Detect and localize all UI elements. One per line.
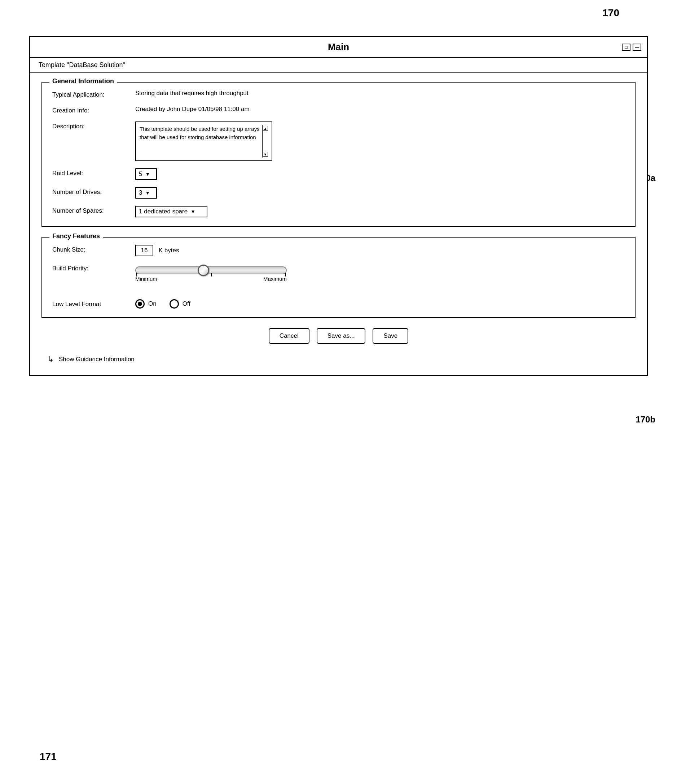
- general-info-section: General Information Typical Application:…: [42, 82, 635, 227]
- drives-select[interactable]: 3 ▼: [135, 187, 157, 199]
- raid-level-arrow-icon: ▼: [145, 171, 150, 177]
- guidance-row[interactable]: ↳ Show Guidance Information: [42, 351, 635, 366]
- creation-row: Creation Info: Created by John Dupe 01/0…: [52, 106, 625, 114]
- save-as-button[interactable]: Save as...: [317, 328, 366, 344]
- llf-on-radio-item: On: [135, 299, 156, 308]
- guidance-arrow-icon: ↳: [47, 355, 54, 364]
- typical-app-row: Typical Application: Storing data that r…: [52, 90, 625, 98]
- general-info-legend: General Information: [50, 78, 117, 85]
- minimize-button[interactable]: —: [633, 44, 641, 51]
- spares-row: Number of Spares: 1 dedicated spare ▼: [52, 206, 625, 217]
- scroll-down-button[interactable]: ▼: [263, 152, 268, 157]
- description-value: This template should be used for setting…: [135, 121, 625, 161]
- window-body: General Information Typical Application:…: [30, 73, 647, 375]
- chunk-size-input[interactable]: 16: [135, 245, 153, 256]
- drives-value: 3 ▼: [135, 187, 625, 199]
- main-window: Main □ — Template "DataBase Solution" Ge…: [29, 36, 648, 376]
- description-row: Description: This template should be use…: [52, 121, 625, 161]
- chunk-size-value: 16 K bytes: [135, 245, 625, 256]
- drives-arrow-icon: ▼: [145, 190, 150, 196]
- raid-level-label: Raid Level:: [52, 168, 135, 177]
- drives-row: Number of Drives: 3 ▼: [52, 187, 625, 199]
- template-bar: Template "DataBase Solution": [30, 58, 647, 73]
- description-text: This template should be used for setting…: [140, 125, 262, 157]
- creation-value: Created by John Dupe 01/05/98 11:00 am: [135, 106, 625, 113]
- typical-app-value: Storing data that requires high throughp…: [135, 90, 625, 97]
- raid-level-row: Raid Level: 5 ▼: [52, 168, 625, 180]
- build-priority-label: Build Priority:: [52, 263, 135, 272]
- save-button[interactable]: Save: [373, 328, 408, 344]
- slider-tick-mid: [211, 273, 212, 277]
- drives-selected: 3: [139, 189, 142, 196]
- description-label: Description:: [52, 121, 135, 130]
- window-title: Main: [328, 42, 349, 53]
- spares-selected: 1 dedicated spare: [139, 208, 187, 215]
- fancy-features-section: Fancy Features Chunk Size: 16 K bytes Bu…: [42, 237, 635, 318]
- button-row: Cancel Save as... Save: [42, 328, 635, 344]
- figure-label-170: 170: [602, 7, 619, 19]
- title-bar: Main □ —: [30, 37, 647, 58]
- slider-min-label: Minimum: [135, 276, 157, 282]
- llf-off-label: Off: [183, 300, 190, 308]
- slider-max-label: Maximum: [263, 276, 287, 282]
- chunk-size-label: Chunk Size:: [52, 245, 135, 254]
- slider-tick-min: [136, 273, 137, 277]
- raid-level-value: 5 ▼: [135, 168, 625, 180]
- llf-row: Low Level Format On Off: [52, 299, 625, 308]
- build-priority-value: Minimum Maximum: [135, 263, 625, 292]
- cancel-button[interactable]: Cancel: [269, 328, 309, 344]
- slider-track[interactable]: [135, 266, 287, 274]
- llf-off-radio-item: Off: [170, 299, 190, 308]
- llf-on-radio[interactable]: [135, 299, 145, 308]
- description-scrollbar[interactable]: ▲ ▼: [262, 125, 268, 157]
- slider-thumb[interactable]: [198, 264, 209, 276]
- window-controls: □ —: [622, 44, 641, 51]
- spares-select[interactable]: 1 dedicated spare ▼: [135, 206, 207, 217]
- guidance-text: Show Guidance Information: [59, 356, 134, 363]
- slider-labels: Minimum Maximum: [135, 276, 287, 282]
- raid-level-select[interactable]: 5 ▼: [135, 168, 157, 180]
- annotation-170b: 170b: [635, 415, 655, 425]
- build-priority-slider-container: Minimum Maximum: [135, 263, 287, 292]
- chunk-size-row: Chunk Size: 16 K bytes: [52, 245, 625, 256]
- chunk-unit-label: K bytes: [159, 247, 179, 254]
- spares-label: Number of Spares:: [52, 206, 135, 215]
- slider-tick-max: [285, 273, 286, 277]
- restore-button[interactable]: □: [622, 44, 630, 51]
- figure-label-171: 171: [40, 751, 57, 762]
- scroll-up-button[interactable]: ▲: [263, 126, 268, 131]
- drives-label: Number of Drives:: [52, 187, 135, 196]
- build-priority-row: Build Priority: Minimum Maximum: [52, 263, 625, 292]
- spares-value: 1 dedicated spare ▼: [135, 206, 625, 217]
- spares-arrow-icon: ▼: [190, 209, 195, 215]
- creation-label: Creation Info:: [52, 106, 135, 114]
- llf-on-label: On: [148, 300, 156, 308]
- description-box[interactable]: This template should be used for setting…: [135, 121, 272, 161]
- llf-value: On Off: [135, 299, 625, 308]
- fancy-features-legend: Fancy Features: [50, 232, 103, 240]
- llf-radio-group: On Off: [135, 299, 625, 308]
- typical-app-label: Typical Application:: [52, 90, 135, 98]
- llf-off-radio[interactable]: [170, 299, 179, 308]
- raid-level-selected: 5: [139, 171, 142, 178]
- llf-label: Low Level Format: [52, 299, 135, 308]
